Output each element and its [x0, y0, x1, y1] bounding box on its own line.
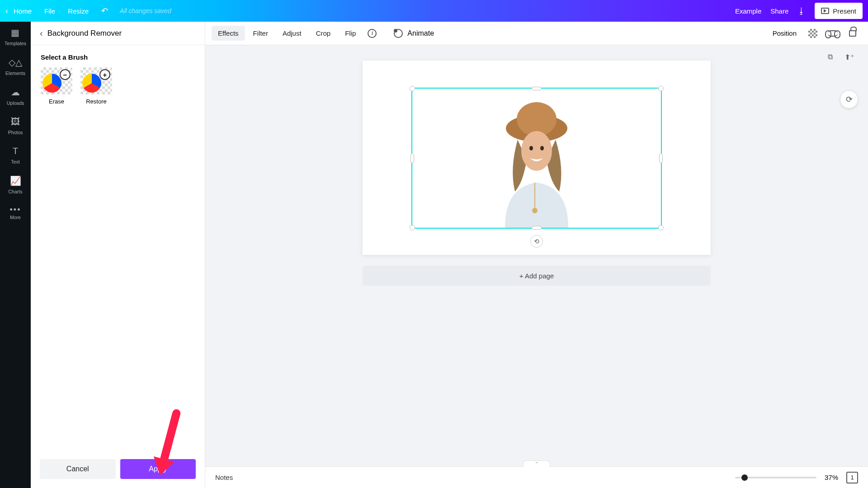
- download-icon[interactable]: ⭳: [797, 6, 806, 16]
- present-label: Present: [833, 7, 856, 15]
- file-menu[interactable]: File: [44, 7, 55, 15]
- svg-point-5: [532, 208, 538, 213]
- charts-icon: 📈: [10, 175, 21, 186]
- restore-label: Restore: [86, 98, 107, 105]
- minus-badge-icon: −: [60, 69, 71, 80]
- back-chevron-icon[interactable]: ‹: [5, 6, 8, 16]
- transparency-icon[interactable]: [807, 28, 818, 39]
- uploads-icon: ☁: [11, 87, 20, 98]
- context-toolbar: Effects Filter Adjust Crop Flip i Animat…: [205, 22, 868, 45]
- selection-box[interactable]: ⟲: [411, 88, 662, 229]
- plus-badge-icon: +: [99, 69, 110, 80]
- panel-back-icon[interactable]: ‹: [40, 28, 43, 38]
- example-link[interactable]: Example: [735, 7, 761, 15]
- lock-icon[interactable]: [847, 28, 858, 39]
- rail-more[interactable]: •••More: [10, 205, 21, 220]
- more-icon: •••: [10, 205, 21, 215]
- brush-erase[interactable]: − Erase: [41, 67, 72, 105]
- restore-thumb: +: [80, 67, 112, 94]
- info-icon[interactable]: i: [367, 28, 377, 39]
- canvas-area[interactable]: ⧉ ⬆⁺ ⟳: [205, 45, 868, 466]
- tb-effects[interactable]: Effects: [212, 26, 245, 41]
- handle-left-mid[interactable]: [410, 153, 414, 163]
- zoom-percent: 37%: [825, 474, 838, 481]
- rail-uploads[interactable]: ☁Uploads: [7, 87, 24, 106]
- apply-button[interactable]: Apply: [120, 459, 196, 479]
- rail-charts[interactable]: 📈Charts: [9, 175, 23, 194]
- add-page-button[interactable]: + Add page: [363, 266, 711, 286]
- zoom-knob[interactable]: [741, 474, 748, 481]
- tb-flip[interactable]: Flip: [339, 26, 362, 41]
- refresh-fab-icon[interactable]: ⟳: [840, 90, 858, 108]
- rail-elements[interactable]: ◇△Elements: [5, 57, 25, 76]
- resize-menu[interactable]: Resize: [68, 7, 89, 15]
- handle-bottom-mid[interactable]: [532, 226, 542, 230]
- person-image[interactable]: [478, 92, 595, 228]
- templates-icon: ▦: [11, 27, 19, 38]
- bottom-bar: ⌃ Notes 37% 1: [205, 466, 868, 488]
- brush-restore[interactable]: + Restore: [80, 67, 112, 105]
- zoom-slider[interactable]: [735, 477, 816, 479]
- handle-top-left[interactable]: [410, 86, 415, 91]
- photos-icon: 🖼: [11, 117, 20, 127]
- home-link[interactable]: Home: [14, 7, 32, 15]
- tb-adjust[interactable]: Adjust: [276, 26, 308, 41]
- present-button[interactable]: Present: [815, 3, 863, 19]
- erase-thumb: −: [41, 67, 72, 94]
- elements-icon: ◇△: [9, 57, 22, 68]
- rail-templates[interactable]: ▦Templates: [5, 27, 26, 46]
- handle-top-right[interactable]: [658, 86, 664, 91]
- svg-point-4: [540, 146, 544, 150]
- rail-text[interactable]: TText: [11, 146, 19, 164]
- side-panel: ‹ Background Remover Select a Brush − Er…: [31, 22, 205, 488]
- tb-filter[interactable]: Filter: [247, 26, 274, 41]
- handle-bottom-right[interactable]: [658, 225, 664, 230]
- panel-title: Background Remover: [47, 29, 122, 38]
- add-page-icon[interactable]: ⬆⁺: [843, 51, 855, 63]
- rotate-handle-icon[interactable]: ⟲: [530, 235, 543, 248]
- svg-point-2: [521, 131, 552, 171]
- rail-photos[interactable]: 🖼Photos: [8, 117, 23, 135]
- share-button[interactable]: Share: [770, 7, 788, 15]
- duplicate-page-icon[interactable]: ⧉: [824, 51, 836, 63]
- left-rail: ▦Templates ◇△Elements ☁Uploads 🖼Photos T…: [0, 22, 31, 488]
- save-status: All changes saved: [120, 7, 171, 14]
- collapse-handle-icon[interactable]: ⌃: [523, 460, 550, 467]
- text-icon: T: [13, 146, 18, 156]
- link-icon[interactable]: [827, 28, 838, 39]
- handle-right-mid[interactable]: [659, 153, 663, 163]
- top-bar: ‹ Home File Resize ↶ All changes saved E…: [0, 0, 868, 22]
- animate-icon: [394, 29, 403, 38]
- tb-position[interactable]: Position: [773, 29, 797, 37]
- brush-section-label: Select a Brush: [41, 53, 195, 61]
- animate-label: Animate: [407, 29, 434, 38]
- undo-icon[interactable]: ↶: [101, 6, 108, 16]
- main-area: Effects Filter Adjust Crop Flip i Animat…: [205, 22, 868, 488]
- tb-animate[interactable]: Animate: [394, 29, 434, 38]
- cancel-button[interactable]: Cancel: [40, 459, 116, 479]
- present-icon: [821, 8, 829, 14]
- canvas-page[interactable]: ⟲: [363, 61, 711, 255]
- tb-crop[interactable]: Crop: [310, 26, 337, 41]
- handle-bottom-left[interactable]: [410, 225, 415, 230]
- notes-button[interactable]: Notes: [215, 474, 233, 481]
- svg-point-3: [529, 146, 533, 150]
- erase-label: Erase: [49, 98, 64, 105]
- handle-top-mid[interactable]: [532, 87, 542, 90]
- page-count-button[interactable]: 1: [846, 472, 858, 483]
